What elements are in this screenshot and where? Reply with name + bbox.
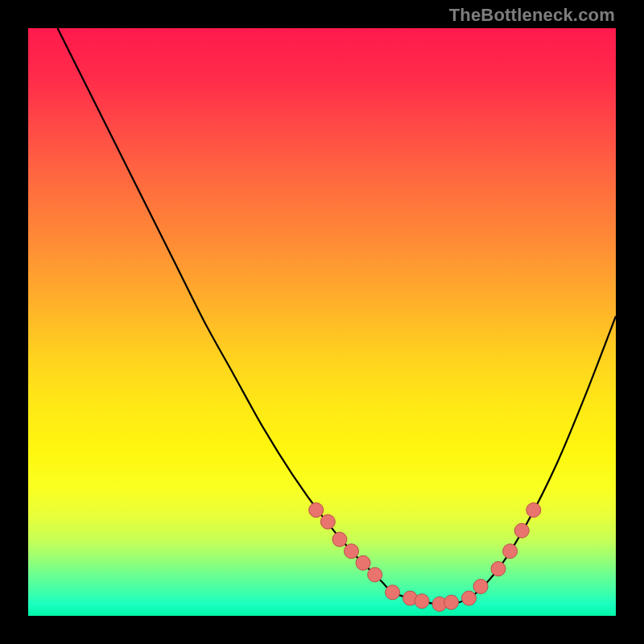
tolerance-dot	[526, 503, 541, 518]
tolerance-dot	[320, 514, 335, 529]
bottleneck-curve	[28, 28, 616, 616]
chart-frame: TheBottleneck.com	[0, 0, 644, 644]
tolerance-dot	[514, 523, 529, 538]
tolerance-dot	[462, 591, 477, 605]
tolerance-dot	[415, 594, 429, 609]
curve-line	[58, 28, 617, 604]
tolerance-dot	[309, 503, 324, 518]
tolerance-dot	[444, 595, 459, 609]
watermark: TheBottleneck.com	[449, 5, 615, 26]
tolerance-dot	[368, 568, 382, 582]
tolerance-dot	[386, 585, 400, 600]
tolerance-dot	[473, 580, 488, 594]
tolerance-dot	[503, 544, 518, 559]
tolerance-dot	[345, 544, 359, 559]
tolerance-dot	[356, 555, 370, 570]
plot-area	[28, 28, 616, 616]
tolerance-dot	[332, 532, 347, 547]
tolerance-dot	[491, 562, 506, 576]
